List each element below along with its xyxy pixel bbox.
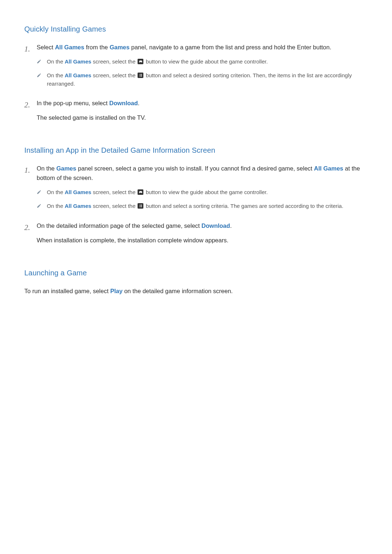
text: screen, select the bbox=[91, 72, 137, 78]
highlight-all-games: All Games bbox=[55, 44, 84, 50]
text: panel, navigate to a game from the list … bbox=[130, 44, 331, 50]
step-2: 2. In the pop-up menu, select Download. … bbox=[24, 99, 370, 127]
text: In the pop-up menu, select bbox=[37, 100, 109, 106]
section-quickly-installing: Quickly Installing Games 1. Select All G… bbox=[24, 24, 370, 127]
highlight-all-games: All Games bbox=[314, 165, 343, 172]
note-text: On the All Games screen, select the butt… bbox=[47, 57, 370, 66]
step-body: On the Games panel screen, select a game… bbox=[37, 164, 370, 216]
pencil-icon bbox=[37, 57, 47, 66]
step-number: 2. bbox=[24, 221, 37, 250]
note-item: On the All Games screen, select the butt… bbox=[37, 71, 370, 88]
note-item: On the All Games screen, select the butt… bbox=[37, 188, 370, 197]
text: On the bbox=[47, 58, 65, 65]
step-body: In the pop-up menu, select Download. The… bbox=[37, 99, 370, 127]
text: screen, select the bbox=[91, 189, 137, 195]
text: from the bbox=[84, 44, 110, 50]
highlight-all-games: All Games bbox=[65, 203, 91, 209]
heading-quickly-installing: Quickly Installing Games bbox=[24, 24, 370, 35]
pencil-icon bbox=[37, 202, 47, 210]
pencil-icon bbox=[37, 188, 47, 197]
step-1: 1. Select All Games from the Games panel… bbox=[24, 43, 370, 93]
highlight-all-games: All Games bbox=[65, 58, 91, 65]
text: . bbox=[230, 222, 232, 229]
heading-installing-app-detail: Installing an App in the Detailed Game I… bbox=[24, 145, 370, 156]
step-body: Select All Games from the Games panel, n… bbox=[37, 43, 370, 93]
pencil-icon bbox=[37, 71, 47, 88]
note-text: On the All Games screen, select the butt… bbox=[47, 71, 370, 88]
controller-icon bbox=[138, 189, 143, 195]
step-result: When installation is complete, the insta… bbox=[37, 236, 370, 245]
highlight-all-games: All Games bbox=[65, 72, 91, 78]
highlight-download: Download bbox=[109, 100, 138, 106]
step-text: In the pop-up menu, select Download. bbox=[37, 99, 370, 108]
text: . bbox=[138, 100, 140, 106]
paragraph: To run an installed game, select Play on… bbox=[24, 287, 370, 296]
step-number: 1. bbox=[24, 164, 37, 216]
note-item: On the All Games screen, select the butt… bbox=[37, 202, 370, 210]
step-number: 1. bbox=[24, 43, 37, 93]
note-text: On the All Games screen, select the butt… bbox=[47, 188, 370, 197]
text: On the bbox=[47, 203, 65, 209]
highlight-download: Download bbox=[201, 222, 230, 229]
heading-launching-game: Launching a Game bbox=[24, 267, 370, 279]
text: button to view the guide about the game … bbox=[144, 189, 268, 195]
note-text: On the All Games screen, select the butt… bbox=[47, 202, 370, 210]
text: On the bbox=[47, 189, 65, 195]
sort-list-icon bbox=[138, 73, 143, 78]
step-2: 2. On the detailed information page of t… bbox=[24, 221, 370, 250]
text: button to view the guide about the game … bbox=[144, 58, 268, 65]
highlight-all-games: All Games bbox=[65, 189, 91, 195]
text: on the detailed game information screen. bbox=[123, 288, 233, 294]
text: On the bbox=[37, 165, 56, 172]
text: On the bbox=[47, 72, 65, 78]
sort-list-icon bbox=[138, 203, 143, 209]
highlight-games: Games bbox=[110, 44, 130, 50]
section-installing-app-detail: Installing an App in the Detailed Game I… bbox=[24, 145, 370, 250]
highlight-games: Games bbox=[56, 165, 76, 172]
notes: On the All Games screen, select the butt… bbox=[37, 57, 370, 88]
text: screen, select the bbox=[91, 203, 137, 209]
text: button and select a sorting criteria. Th… bbox=[144, 203, 343, 209]
step-result: The selected game is installed on the TV… bbox=[37, 113, 370, 123]
step-body: On the detailed information page of the … bbox=[37, 221, 370, 250]
step-1: 1. On the Games panel screen, select a g… bbox=[24, 164, 370, 216]
step-text: Select All Games from the Games panel, n… bbox=[37, 43, 370, 52]
text: panel screen, select a game you wish to … bbox=[76, 165, 314, 172]
notes: On the All Games screen, select the butt… bbox=[37, 188, 370, 211]
note-item: On the All Games screen, select the butt… bbox=[37, 57, 370, 66]
step-text: On the detailed information page of the … bbox=[37, 221, 370, 231]
highlight-play: Play bbox=[110, 288, 123, 294]
text: To run an installed game, select bbox=[24, 288, 110, 294]
text: screen, select the bbox=[91, 58, 137, 65]
text: Select bbox=[37, 44, 55, 50]
controller-icon bbox=[138, 59, 143, 64]
section-launching-game: Launching a Game To run an installed gam… bbox=[24, 267, 370, 296]
step-text: On the Games panel screen, select a game… bbox=[37, 164, 370, 182]
text: On the detailed information page of the … bbox=[37, 222, 201, 229]
step-number: 2. bbox=[24, 99, 37, 127]
